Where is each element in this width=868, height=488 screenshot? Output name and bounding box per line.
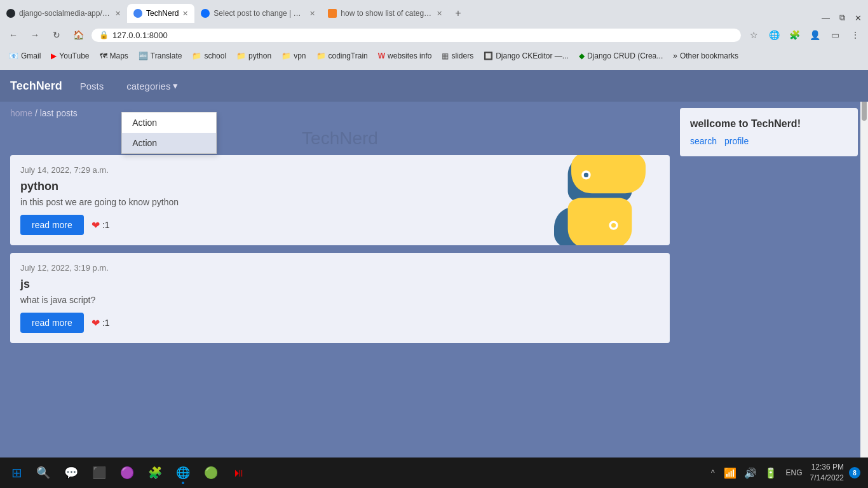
- tab-title-django: Select post to change | Django s...: [214, 9, 306, 18]
- tab-bar: django-socialmedia-app/views.p... ✕ Tech…: [0, 0, 868, 23]
- bookmark-sliders[interactable]: ▦ sliders: [438, 50, 477, 62]
- taskbar-chrome[interactable]: 🌐: [170, 460, 196, 485]
- sidebar-search-link[interactable]: search: [690, 136, 717, 146]
- back-button[interactable]: ←: [5, 27, 22, 43]
- svg-point-1: [584, 173, 588, 177]
- codingtrain-icon: 📁: [316, 51, 326, 60]
- bookmark-python[interactable]: 📁 python: [233, 50, 275, 62]
- tab-favicon-github: [6, 9, 15, 18]
- dropdown-action-2[interactable]: Action: [122, 133, 216, 153]
- dropdown-action-1[interactable]: Action: [122, 112, 216, 133]
- notification-badge[interactable]: 8: [849, 467, 860, 478]
- post-card-python: July 14, 2022, 7:29 a.m. python in this …: [10, 155, 670, 245]
- heart-icon-js: ❤: [92, 317, 100, 329]
- reload-button[interactable]: ↻: [48, 27, 65, 43]
- profile-icon[interactable]: 👤: [807, 27, 822, 43]
- bookmark-gmail[interactable]: 📧 Gmail: [5, 50, 44, 62]
- bookmark-vpn[interactable]: 📁 vpn: [278, 50, 309, 62]
- address-bar[interactable]: 🔒 127.0.0.1:8000: [92, 29, 741, 42]
- site-title: TechNerd: [10, 128, 670, 149]
- close-icon[interactable]: ✕: [855, 13, 862, 23]
- heart-icon-python: ❤: [92, 219, 100, 231]
- bookmark-django-ckeditor[interactable]: 🔲 Django CKEditor —...: [480, 50, 573, 62]
- tab-close-stack[interactable]: ✕: [437, 10, 442, 18]
- sidebar-welcome: wellcome to TechNerd!: [690, 118, 848, 130]
- sliders-icon: ▦: [442, 51, 449, 60]
- home-button[interactable]: 🏠: [70, 27, 86, 43]
- sidebar-card: wellcome to TechNerd! search profile: [680, 108, 858, 156]
- bookmark-crud-label: Django CRUD (Crea...: [587, 51, 663, 60]
- tab-technerd[interactable]: TechNerd ✕: [127, 4, 194, 23]
- nav-posts[interactable]: Posts: [75, 81, 109, 92]
- taskbar-extensions[interactable]: 🧩: [142, 460, 168, 485]
- sidebar-toggle-icon[interactable]: ▭: [827, 27, 843, 43]
- sidebar-profile-link[interactable]: profile: [724, 136, 749, 146]
- taskbar-pycharm-icon: 🟢: [204, 466, 218, 480]
- tray-clock[interactable]: 12:36 PM 7/14/2022: [810, 462, 844, 484]
- maps-icon: 🗺: [100, 51, 107, 60]
- tray-show-hidden[interactable]: ^: [709, 467, 717, 478]
- bookmark-codingtrain[interactable]: 📁 codingTrain: [313, 50, 372, 62]
- tab-close-github[interactable]: ✕: [115, 10, 121, 18]
- post-card-js: July 12, 2022, 3:19 p.m. js what is java…: [10, 253, 670, 343]
- bookmark-star-icon[interactable]: ☆: [746, 27, 761, 43]
- post-likes-count-python: :1: [102, 220, 110, 230]
- taskbar-chrome-icon: 🌐: [176, 466, 190, 480]
- tab-stack[interactable]: how to show list of categories in... ✕: [322, 4, 449, 23]
- tray-language[interactable]: ENG: [783, 467, 805, 478]
- bookmark-school-label: school: [204, 51, 226, 60]
- taskbar-tray: ^ 📶 🔊 🔋 ENG 12:36 PM 7/14/2022 8: [709, 462, 863, 484]
- tab-django[interactable]: Select post to change | Django s... ✕: [194, 4, 322, 23]
- tray-battery-icon[interactable]: 🔋: [763, 466, 778, 480]
- taskbar-chat[interactable]: 💬: [58, 460, 84, 485]
- tray-network-icon[interactable]: 📶: [722, 466, 738, 480]
- extension-puzzle-icon[interactable]: 🧩: [787, 27, 802, 43]
- address-url: 127.0.0.1:8000: [112, 30, 168, 40]
- restore-icon[interactable]: ⧉: [839, 13, 845, 23]
- minimize-icon[interactable]: —: [822, 13, 830, 23]
- bookmark-school[interactable]: 📁 school: [188, 50, 230, 62]
- taskbar-media[interactable]: ⏯: [226, 460, 252, 485]
- bookmark-django-crud[interactable]: ◆ Django CRUD (Crea...: [575, 50, 667, 62]
- new-tab-button[interactable]: +: [449, 4, 467, 23]
- bookmark-websites[interactable]: W websites info: [374, 50, 436, 62]
- bookmark-more[interactable]: » Other bookmarks: [669, 50, 742, 62]
- vpn-icon: 📁: [281, 51, 291, 60]
- read-more-python-button[interactable]: read more: [20, 215, 84, 235]
- taskbar-vscode[interactable]: ⬛: [86, 460, 112, 485]
- bookmark-translate-label: Translate: [151, 51, 182, 60]
- taskbar-teams[interactable]: 🟣: [114, 460, 140, 485]
- navbar-brand[interactable]: TechNerd: [10, 79, 62, 93]
- read-more-js-button[interactable]: read more: [20, 313, 84, 333]
- tab-favicon-django: [201, 9, 210, 18]
- tab-title-technerd: TechNerd: [146, 9, 179, 18]
- tab-github[interactable]: django-socialmedia-app/views.p... ✕: [0, 4, 127, 23]
- taskbar-search[interactable]: 🔍: [31, 460, 56, 485]
- nav-categories-dropdown[interactable]: categories ▾ Action Action: [121, 80, 183, 92]
- more-options-icon[interactable]: ⋮: [848, 27, 863, 43]
- start-button[interactable]: ⊞: [5, 461, 28, 484]
- bookmark-translate[interactable]: 🔤 Translate: [135, 50, 186, 62]
- crud-icon: ◆: [579, 51, 585, 60]
- breadcrumb-home[interactable]: home: [10, 108, 32, 118]
- ckeditor-icon: 🔲: [484, 51, 493, 60]
- taskbar-pycharm[interactable]: 🟢: [198, 460, 224, 485]
- websites-icon: W: [378, 51, 385, 60]
- taskbar-ext-icon: 🧩: [148, 466, 162, 480]
- tray-volume-icon[interactable]: 🔊: [743, 466, 758, 480]
- bookmark-maps[interactable]: 🗺 Maps: [96, 50, 132, 62]
- taskbar-search-icon: 🔍: [36, 466, 50, 480]
- translate-icon[interactable]: 🌐: [766, 27, 782, 43]
- forward-button[interactable]: →: [27, 27, 43, 43]
- content-area: home / last posts TechNerd July 14, 2022…: [10, 108, 670, 482]
- post-likes-js: ❤ :1: [92, 317, 110, 329]
- translate-bookmark-icon: 🔤: [139, 51, 148, 60]
- bookmark-youtube[interactable]: ▶ YouTube: [47, 50, 93, 62]
- tab-close-django[interactable]: ✕: [309, 10, 315, 18]
- tab-close-technerd[interactable]: ✕: [182, 10, 188, 18]
- window-controls: — ⧉ ✕: [822, 13, 868, 23]
- sidebar: wellcome to TechNerd! search profile: [680, 108, 858, 482]
- tab-title-stack: how to show list of categories in...: [341, 9, 433, 18]
- windows-icon: ⊞: [11, 465, 22, 480]
- youtube-icon: ▶: [51, 51, 57, 60]
